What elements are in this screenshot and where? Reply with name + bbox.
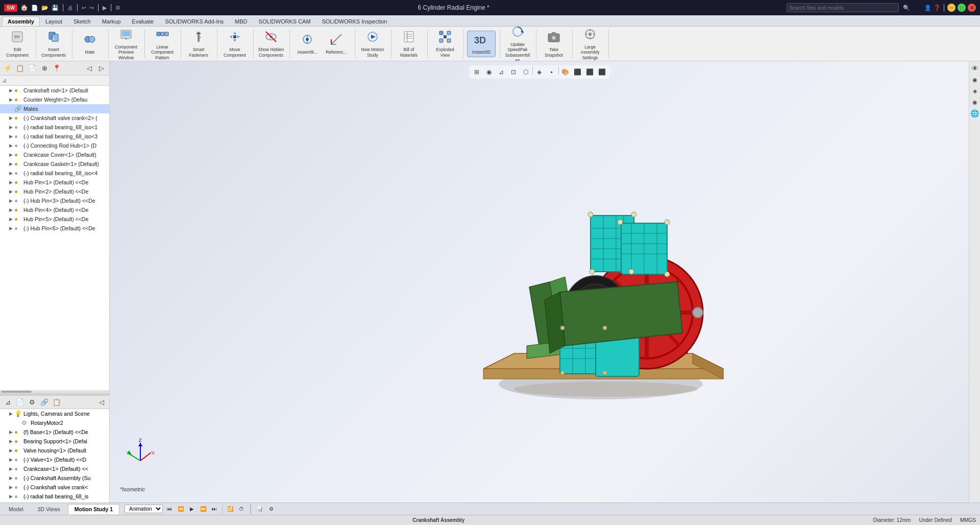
bp-icon2[interactable]: 📄 xyxy=(14,397,26,408)
view-camera-icon[interactable]: ⬛ xyxy=(597,66,608,78)
tree-item[interactable]: ▶ ● Hub Pin<4> (Default) <<De xyxy=(0,205,109,214)
view-lights-icon[interactable]: ⬛ xyxy=(584,66,596,78)
tree-item[interactable]: ⚙ RotaryMotor2 xyxy=(0,418,109,427)
tree-item[interactable]: ▶ ● (-) radial ball bearing_68_iso<3 xyxy=(0,132,109,141)
tree-item[interactable]: ▶ ● (-) Valve<1> (Default) <<D xyxy=(0,455,109,464)
tab-model[interactable]: Model xyxy=(2,504,30,514)
tree-item[interactable]: ▶ ● Bearing Support<1> (Defai xyxy=(0,437,109,446)
tree-item[interactable]: ▶ ● Hub Pin<2> (Default) <<De xyxy=(0,187,109,196)
instant3d-button[interactable]: 3D Instant3D xyxy=(467,31,496,57)
view-appearance-icon[interactable]: 🎨 xyxy=(560,66,571,78)
tab-evaluate[interactable]: Evaluate xyxy=(126,16,159,26)
view-more-icon[interactable]: ▪ xyxy=(546,66,557,78)
tree-item[interactable]: ▶ ● (-) Hub Pin<6> (Default) <<De xyxy=(0,224,109,233)
anim-begin-button[interactable]: ⏮ xyxy=(165,505,174,514)
crankshaft-assembly-item[interactable]: ▶ ● (-) Crankshaft Assembly (Su xyxy=(0,473,109,483)
mates-item[interactable]: 🔗 Mates xyxy=(0,104,109,113)
tab-markup[interactable]: Markup xyxy=(96,16,127,26)
right-btn-4[interactable]: ◉ xyxy=(970,97,980,107)
bp-collapse[interactable]: ◁ xyxy=(96,397,107,408)
display-manager-icon[interactable]: 📍 xyxy=(51,63,62,74)
tree-item[interactable]: ▶ ● (-) Crankshaft valve crank< xyxy=(0,483,109,492)
redo-icon[interactable]: ↪ xyxy=(89,5,94,11)
property-manager-icon[interactable]: 📋 xyxy=(14,63,26,74)
tab-motion-study-1[interactable]: Motion Study 1 xyxy=(68,504,119,514)
open-doc-icon[interactable]: 📂 xyxy=(41,5,48,11)
expand-panel-icon[interactable]: ▷ xyxy=(96,63,107,74)
tree-item[interactable]: ▶ 💡 Lights, Cameras and Scene xyxy=(0,409,109,418)
smart-fasteners-button[interactable]: SmartFasteners xyxy=(184,31,213,57)
bp-icon3[interactable]: ⚙ xyxy=(27,397,38,408)
reference-button[interactable]: Referenc... xyxy=(322,31,351,57)
config-manager-icon[interactable]: 📄 xyxy=(27,63,38,74)
anim-play-button[interactable]: ▶ xyxy=(187,505,197,514)
assembly-button[interactable]: Assembl... xyxy=(293,31,322,57)
show-hidden-button[interactable]: Show HiddenComponents xyxy=(257,31,285,57)
view-hide-icon[interactable]: ⊿ xyxy=(496,66,507,78)
filter-icon[interactable]: ⊿ xyxy=(2,77,7,84)
view-section-icon[interactable]: ⬡ xyxy=(520,66,531,78)
tree-item[interactable]: ▶ ● (-) radial ball bearing_68_is xyxy=(0,492,109,501)
tree-item[interactable]: ▶ ● Hub Pin<1> (Default) <<De xyxy=(0,178,109,187)
tree-item[interactable]: ▶ ● Counter Weight<2> (Defau xyxy=(0,95,109,104)
bp-icon4[interactable]: 🔗 xyxy=(39,397,50,408)
tree-item[interactable]: ▶ ● (-) Hub Pin<3> (Default) <<De xyxy=(0,196,109,205)
anim-graph-icon[interactable]: 📊 xyxy=(255,505,264,514)
linear-pattern-button[interactable]: Linear ComponentPattern xyxy=(148,31,177,57)
dim-expert-icon[interactable]: ⊕ xyxy=(39,63,50,74)
edit-component-button[interactable]: ✏ EditComponent xyxy=(3,31,32,57)
right-btn-1[interactable]: 👁 xyxy=(970,63,980,74)
anim-forward-button[interactable]: ⏩ xyxy=(199,505,208,514)
tab-mbd[interactable]: MBD xyxy=(229,16,253,26)
tree-item[interactable]: ▶ ● (-) Crankshaft valve crank<2> ( xyxy=(0,113,109,123)
print-icon[interactable]: 🖨 xyxy=(67,5,73,11)
home-icon[interactable]: 🏠 xyxy=(20,4,28,11)
help-icon[interactable]: ❓ xyxy=(934,5,941,11)
tab-inspection[interactable]: SOLIDWORKS Inspection xyxy=(316,16,393,26)
tree-item[interactable]: ▶ ● (-) radial ball bearing_68_iso<1 xyxy=(0,123,109,132)
maximize-button[interactable]: □ xyxy=(958,4,966,12)
view-orient-icon[interactable]: ⊞ xyxy=(471,66,482,78)
new-motion-study-button[interactable]: New MotionStudy xyxy=(358,31,387,57)
undo-icon[interactable]: ↩ xyxy=(82,5,86,11)
save-icon[interactable]: 💾 xyxy=(52,5,59,11)
new-doc-icon[interactable]: 📄 xyxy=(31,5,38,11)
tab-cam[interactable]: SOLIDWORKS CAM xyxy=(253,16,316,26)
right-btn-2[interactable]: ◉ xyxy=(970,75,980,85)
filter-icon[interactable]: ⊿ xyxy=(2,397,13,408)
view-display-icon[interactable]: ◉ xyxy=(483,66,495,78)
feature-manager-icon[interactable]: ⚡ xyxy=(2,63,13,74)
user-icon[interactable]: 👤 xyxy=(924,5,932,11)
tree-item[interactable]: ▶ ● (-) radial ball bearing_68_is xyxy=(0,501,109,503)
anim-settings-icon[interactable]: ⚙ xyxy=(266,505,276,514)
tab-assembly[interactable]: Assembly xyxy=(2,16,40,26)
view-edit-icon[interactable]: ⊡ xyxy=(508,66,519,78)
anim-loop-icon[interactable]: 🔁 xyxy=(226,505,235,514)
tree-item[interactable]: ▶ ● Crankcase<1> (Default) << xyxy=(0,464,109,473)
animation-type-select[interactable]: Animation xyxy=(125,505,163,513)
search-input[interactable] xyxy=(787,3,899,12)
bill-of-materials-button[interactable]: Bill ofMaterials xyxy=(395,31,423,57)
right-btn-3[interactable]: ◈ xyxy=(970,86,980,96)
move-component-button[interactable]: MoveComponent xyxy=(220,31,249,57)
insert-components-button[interactable]: + InsertComponents xyxy=(39,31,68,57)
options-icon[interactable]: ⚙ xyxy=(115,5,120,11)
component-preview-button[interactable]: ComponentPreview Window xyxy=(112,31,140,57)
tree-item[interactable]: ▶ ● Crankcase Cover<1> (Default) xyxy=(0,150,109,159)
view-scene-icon[interactable]: ⬛ xyxy=(572,66,583,78)
view-mate-icon[interactable]: ◈ xyxy=(534,66,545,78)
tab-3d-views[interactable]: 3D Views xyxy=(31,504,67,514)
tab-layout[interactable]: Layout xyxy=(40,16,68,26)
tree-item[interactable]: ▶ ● (-) radial ball bearing_68_iso<4 xyxy=(0,169,109,178)
large-assembly-button[interactable]: Large AssemblySettings xyxy=(576,31,604,57)
exploded-view-button[interactable]: ExplodedView xyxy=(431,31,459,57)
tab-sketch[interactable]: Sketch xyxy=(68,16,96,26)
tree-item[interactable]: ▶ ● (f) Base<1> (Default) <<De xyxy=(0,427,109,437)
take-snapshot-button[interactable]: TakeSnapshot xyxy=(540,31,568,57)
tree-item[interactable]: ▶ ● Crankshaft rod<1> (Default xyxy=(0,86,109,95)
anim-rewind-button[interactable]: ⏪ xyxy=(176,505,185,514)
minimize-button[interactable]: ─ xyxy=(947,4,955,12)
bp-icon5[interactable]: 📋 xyxy=(51,397,62,408)
right-btn-5[interactable]: 🌐 xyxy=(970,108,980,118)
mate-button[interactable]: Mate xyxy=(76,31,104,57)
